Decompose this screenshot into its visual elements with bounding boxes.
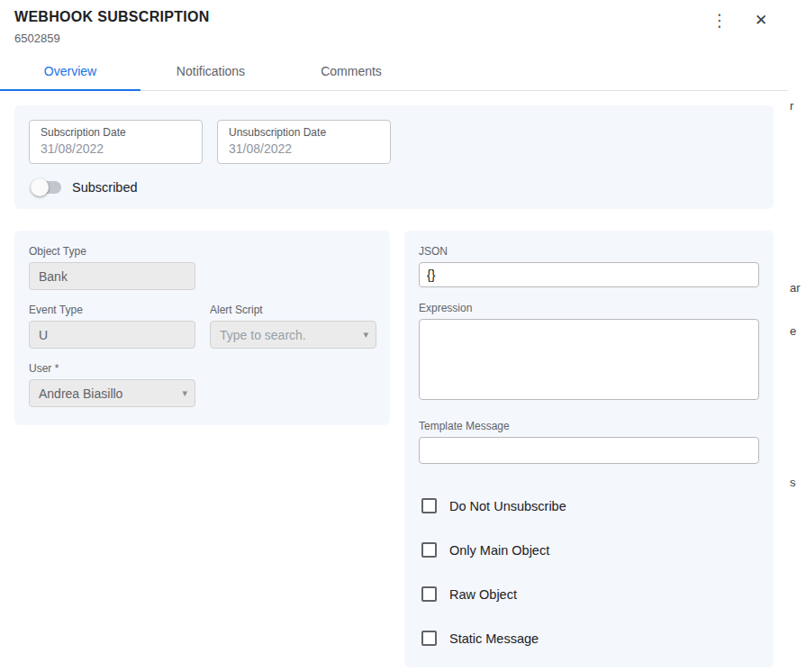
checkbox-label: Raw Object	[449, 587, 517, 602]
checkbox-label: Static Message	[449, 631, 539, 646]
chevron-down-icon: ▾	[363, 329, 368, 341]
lower-panels: Object Type Event Type Alert Script Type…	[14, 231, 774, 667]
webhook-subscription-dialog: WEBHOOK SUBSCRIPTION 6502859 ⋮ ✕ Overvie…	[0, 0, 788, 672]
close-icon[interactable]: ✕	[750, 9, 772, 31]
checkbox-icon	[421, 631, 437, 646]
checkbox-static-message[interactable]: Static Message	[421, 631, 759, 646]
subscribed-toggle-row: Subscribed	[29, 180, 759, 195]
toggle-thumb	[31, 178, 49, 196]
field-value: 31/08/2022	[41, 141, 191, 156]
object-type-input[interactable]	[29, 262, 195, 290]
subscription-section: Subscription Date 31/08/2022 Unsubscript…	[14, 105, 774, 209]
checkbox-icon	[421, 542, 437, 558]
subscription-date-field[interactable]: Subscription Date 31/08/2022	[29, 120, 203, 164]
checkbox-icon	[421, 498, 437, 513]
clipped-text-fragment: e	[790, 324, 796, 338]
json-group: JSON	[419, 245, 759, 287]
options-checkbox-list: Do Not Unsubscribe Only Main Object Raw …	[419, 498, 759, 646]
checkbox-icon	[421, 586, 437, 602]
field-label: User *	[29, 362, 376, 375]
dialog-header: WEBHOOK SUBSCRIPTION 6502859 ⋮ ✕	[0, 0, 788, 49]
checkbox-label: Only Main Object	[449, 543, 549, 558]
background-page-strip: r ar e s	[788, 0, 806, 672]
tab-bar: Overview Notifications Comments	[0, 54, 788, 91]
tab-content-overview: Subscription Date 31/08/2022 Unsubscript…	[0, 91, 788, 672]
page-title: WEBHOOK SUBSCRIPTION	[14, 7, 774, 25]
template-message-input[interactable]	[419, 437, 759, 464]
event-alert-row: Event Type Alert Script Type to search. …	[29, 304, 376, 362]
record-id: 6502859	[14, 32, 774, 45]
checkbox-do-not-unsubscribe[interactable]: Do Not Unsubscribe	[421, 498, 759, 513]
clipped-text-fragment: r	[790, 99, 793, 113]
user-select[interactable]: Andrea Biasillo ▾	[29, 379, 195, 407]
event-type-group: Event Type	[29, 304, 195, 349]
user-group: User * Andrea Biasillo ▾	[29, 362, 376, 407]
field-label: Template Message	[419, 420, 759, 432]
clipped-text-fragment: ar	[790, 281, 801, 295]
alert-script-select[interactable]: Type to search. ▾	[210, 321, 376, 349]
object-type-group: Object Type	[29, 245, 376, 290]
chevron-down-icon: ▾	[182, 387, 187, 399]
clipped-text-fragment: s	[790, 476, 796, 489]
field-value: 31/08/2022	[229, 141, 379, 156]
alert-script-group: Alert Script Type to search. ▾	[210, 304, 376, 349]
field-label: Subscription Date	[41, 126, 191, 139]
date-row: Subscription Date 31/08/2022 Unsubscript…	[29, 120, 759, 164]
tab-comments[interactable]: Comments	[281, 54, 421, 91]
toggle-label: Subscribed	[72, 180, 138, 195]
tab-label: Overview	[44, 64, 96, 78]
select-value: Andrea Biasillo	[39, 386, 122, 401]
json-input[interactable]	[419, 262, 759, 287]
tab-label: Notifications	[177, 64, 245, 78]
expression-group: Expression	[419, 302, 759, 404]
field-label: Expression	[419, 302, 759, 314]
expression-textarea[interactable]	[419, 319, 759, 400]
subscribed-toggle[interactable]	[31, 181, 61, 194]
kebab-menu-icon[interactable]: ⋮	[709, 9, 730, 31]
tab-label: Comments	[321, 64, 382, 78]
select-placeholder: Type to search.	[220, 328, 306, 342]
tab-notifications[interactable]: Notifications	[140, 54, 281, 91]
checkbox-label: Do Not Unsubscribe	[449, 499, 566, 513]
object-details-panel: Object Type Event Type Alert Script Type…	[14, 231, 390, 425]
field-label: Alert Script	[210, 304, 376, 316]
event-type-input[interactable]	[29, 321, 195, 349]
tab-overview[interactable]: Overview	[0, 54, 140, 91]
message-panel: JSON Expression Template Message Do Not …	[404, 231, 774, 667]
field-label: Event Type	[29, 304, 195, 316]
checkbox-only-main-object[interactable]: Only Main Object	[421, 542, 759, 558]
field-label: Object Type	[29, 245, 376, 258]
unsubscription-date-field[interactable]: Unsubscription Date 31/08/2022	[217, 120, 391, 164]
header-actions: ⋮ ✕	[709, 9, 772, 31]
field-label: Unsubscription Date	[229, 126, 379, 139]
template-message-group: Template Message	[419, 420, 759, 464]
field-label: JSON	[419, 245, 759, 258]
checkbox-raw-object[interactable]: Raw Object	[421, 586, 759, 602]
